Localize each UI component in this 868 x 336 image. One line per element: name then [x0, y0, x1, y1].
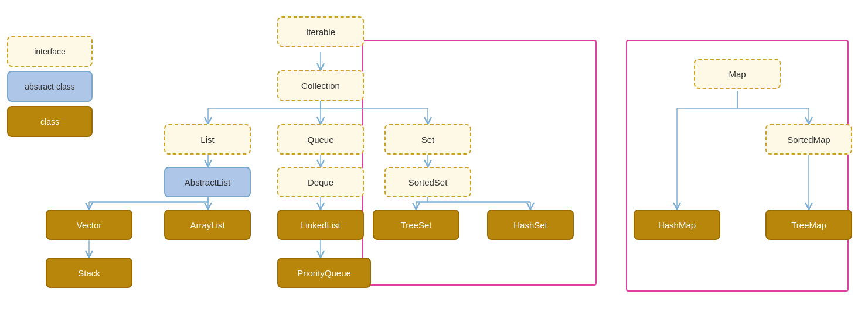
node-priority-queue: PriorityQueue	[277, 258, 371, 288]
node-map: Map	[694, 59, 781, 89]
diagram-container: interface abstract class class	[0, 0, 868, 336]
node-abstract-list: AbstractList	[164, 167, 251, 197]
node-hash-set: HashSet	[487, 210, 574, 240]
node-tree-set: TreeSet	[373, 210, 459, 240]
set-group-box	[362, 40, 597, 286]
node-iterable: Iterable	[277, 16, 364, 47]
legend-abstract: abstract class	[7, 71, 93, 102]
node-sorted-set: SortedSet	[384, 167, 471, 197]
legend-class: class	[7, 106, 93, 137]
node-list: List	[164, 124, 251, 155]
node-hash-map: HashMap	[634, 210, 720, 240]
node-stack: Stack	[46, 258, 132, 288]
legend-class-label: class	[40, 117, 59, 126]
node-queue: Queue	[277, 124, 364, 155]
node-set: Set	[384, 124, 471, 155]
legend-abstract-label: abstract class	[25, 82, 75, 91]
node-sorted-map: SortedMap	[765, 124, 852, 155]
legend-interface: interface	[7, 36, 93, 67]
node-collection: Collection	[277, 70, 364, 101]
legend-interface-label: interface	[34, 47, 66, 56]
node-array-list: ArrayList	[164, 210, 251, 240]
node-linked-list: LinkedList	[277, 210, 364, 240]
node-vector: Vector	[46, 210, 132, 240]
node-deque: Deque	[277, 167, 364, 197]
node-tree-map: TreeMap	[765, 210, 852, 240]
